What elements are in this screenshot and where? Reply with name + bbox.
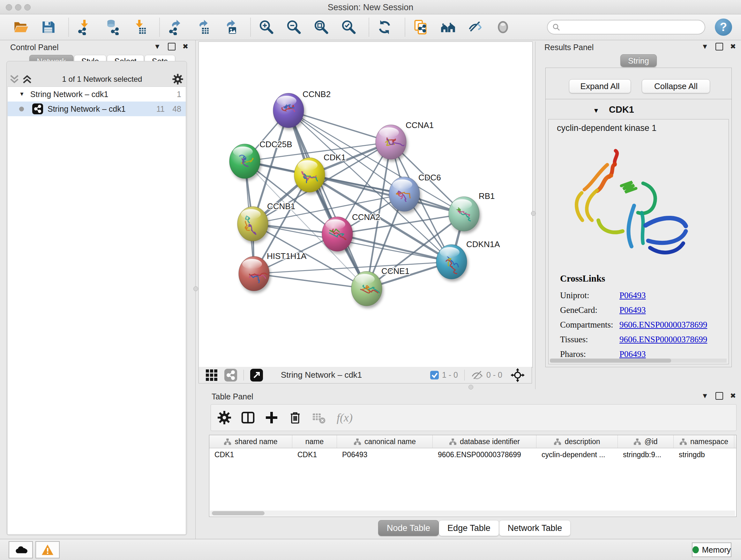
- column-header-canonical-name[interactable]: canonical name: [337, 435, 433, 448]
- birdseye-icon[interactable]: [250, 369, 263, 381]
- selected-nodes-checkbox[interactable]: [430, 371, 439, 379]
- node-CDKN1A[interactable]: [436, 245, 467, 279]
- hidden-count: 0 - 0: [486, 370, 502, 380]
- cell: stringdb: [674, 448, 734, 461]
- warning-button[interactable]: [36, 541, 60, 558]
- zoom-out-icon[interactable]: [285, 18, 302, 36]
- column-header-shared-name[interactable]: shared name: [209, 435, 292, 448]
- graphics-detail-icon[interactable]: [494, 18, 512, 36]
- crosslink-value[interactable]: P06493: [619, 349, 646, 359]
- collapse-all-button[interactable]: Collapse All: [642, 79, 710, 93]
- expand-all-icon[interactable]: [22, 74, 32, 84]
- tab-network-table[interactable]: Network Table: [499, 520, 571, 536]
- scrollbar-thumb[interactable]: [212, 511, 265, 515]
- node-CCNE1[interactable]: [351, 271, 382, 306]
- zoom-fit-icon[interactable]: [313, 18, 330, 36]
- tab-node-table[interactable]: Node Table: [378, 520, 439, 536]
- copy-style-icon[interactable]: [412, 18, 429, 36]
- panel-float-icon[interactable]: [168, 43, 176, 51]
- panel-close-icon[interactable]: ✖: [183, 43, 188, 50]
- column-header-@id[interactable]: @id: [618, 435, 674, 448]
- memory-button[interactable]: Memory: [692, 543, 731, 557]
- export-network-icon[interactable]: [166, 18, 184, 36]
- grid-icon[interactable]: [206, 369, 217, 381]
- crosslink-label: Compartments:: [560, 320, 613, 329]
- table-horizontal-scrollbar[interactable]: [210, 510, 735, 516]
- fx-function-icon[interactable]: f(x): [337, 411, 353, 424]
- export-table-icon[interactable]: [194, 18, 211, 36]
- tab-edge-table[interactable]: Edge Table: [439, 520, 499, 536]
- node-CCNB2[interactable]: [273, 93, 304, 128]
- edge-CCNB2-CCNA1[interactable]: [288, 111, 391, 142]
- crosslink-value[interactable]: P06493: [619, 291, 646, 300]
- hierarchy-icon: [354, 438, 361, 445]
- network-graph[interactable]: CCNB2CCNA1CDC25BCDK1CDC6RB1CCNB1CCNA2CDK…: [199, 42, 532, 367]
- panel-collapse-icon[interactable]: ▼: [154, 43, 161, 50]
- search-input[interactable]: [560, 22, 704, 32]
- zoom-in-icon[interactable]: [258, 18, 275, 36]
- column-header-namespace[interactable]: namespace: [674, 435, 734, 448]
- delete-column-icon[interactable]: [287, 410, 303, 425]
- import-table-icon[interactable]: [131, 18, 148, 36]
- gear-icon[interactable]: [172, 73, 184, 85]
- node-CCNA1[interactable]: [376, 125, 406, 159]
- delete-table-icon[interactable]: [311, 410, 327, 425]
- first-neighbors-icon[interactable]: [440, 18, 457, 36]
- network-view-toolbar: String Network – cdk11 - 00 - 0: [199, 367, 532, 383]
- node-RB1[interactable]: [449, 197, 479, 231]
- edge-HIST1H1A-CCNE1[interactable]: [254, 273, 367, 289]
- save-session-icon[interactable]: [40, 18, 57, 36]
- crosslink-value[interactable]: 9606.ENSP00000378699: [619, 334, 707, 345]
- help-button[interactable]: ?: [715, 18, 732, 36]
- show-columns-icon[interactable]: [240, 410, 256, 425]
- edge-CCNB2-CCNE1[interactable]: [288, 111, 367, 289]
- collapse-all-icon[interactable]: [9, 74, 20, 84]
- protein-structure-image: [568, 145, 692, 266]
- hidden-eye-icon[interactable]: [471, 370, 483, 381]
- tree-expander-icon[interactable]: ▼: [19, 91, 24, 98]
- node-CDC6[interactable]: [389, 177, 420, 211]
- node-CCNA2[interactable]: [322, 217, 353, 251]
- panel-close-icon[interactable]: ✖: [730, 43, 736, 50]
- table-settings-icon[interactable]: [217, 410, 232, 425]
- refresh-view-icon[interactable]: [376, 18, 393, 36]
- toolbar-separator: [68, 18, 69, 37]
- tab-string[interactable]: String: [620, 54, 657, 67]
- panel-float-icon[interactable]: [716, 392, 723, 400]
- zoom-selected-icon[interactable]: [340, 18, 357, 36]
- gene-expander-icon[interactable]: ▼: [593, 107, 599, 114]
- node-HIST1H1A[interactable]: [239, 256, 269, 291]
- gene-title[interactable]: CDK1: [609, 105, 634, 115]
- open-session-icon[interactable]: [12, 18, 29, 36]
- network-canvas[interactable]: CCNB2CCNA1CDC25BCDK1CDC6RB1CCNB1CCNA2CDK…: [199, 42, 533, 368]
- panel-collapse-icon[interactable]: ▼: [701, 43, 709, 50]
- export-image-icon[interactable]: [221, 18, 239, 36]
- column-label: shared name: [234, 437, 277, 446]
- column-header-database-identifier[interactable]: database identifier: [433, 435, 536, 448]
- import-network-icon[interactable]: [76, 18, 93, 36]
- add-column-icon[interactable]: [264, 410, 279, 425]
- share-tile-icon[interactable]: [224, 369, 237, 381]
- expand-all-button[interactable]: Expand All: [569, 79, 631, 93]
- crosslink-value[interactable]: 9606.ENSP00000378699: [619, 320, 707, 330]
- column-header-name[interactable]: name: [292, 435, 337, 448]
- tree-row-collection[interactable]: ▼String Network – cdk11: [8, 87, 186, 102]
- tree-row-network[interactable]: String Network – cdk11148: [8, 102, 186, 116]
- column-header-description[interactable]: description: [536, 435, 618, 448]
- results-splitter[interactable]: [535, 42, 536, 389]
- results-scrollbar[interactable]: [550, 359, 727, 363]
- panel-close-icon[interactable]: ✖: [730, 392, 736, 399]
- fit-selected-icon[interactable]: [511, 368, 525, 382]
- crosslink-value[interactable]: P06493: [619, 305, 646, 315]
- panel-float-icon[interactable]: [716, 43, 723, 51]
- cloud-button[interactable]: [9, 541, 33, 558]
- hide-selection-icon[interactable]: [467, 18, 484, 36]
- node-CCNB1[interactable]: [238, 206, 268, 241]
- panel-collapse-icon[interactable]: ▼: [701, 392, 709, 399]
- import-database-icon[interactable]: [103, 18, 120, 36]
- left-splitter-handle[interactable]: [193, 287, 198, 291]
- node-CDK1[interactable]: [294, 158, 325, 192]
- bottom-splitter-handle[interactable]: [468, 385, 473, 389]
- table-row[interactable]: CDK1CDK1P064939606.ENSP00000378699cyclin…: [209, 448, 736, 461]
- node-CDC25B[interactable]: [229, 144, 260, 179]
